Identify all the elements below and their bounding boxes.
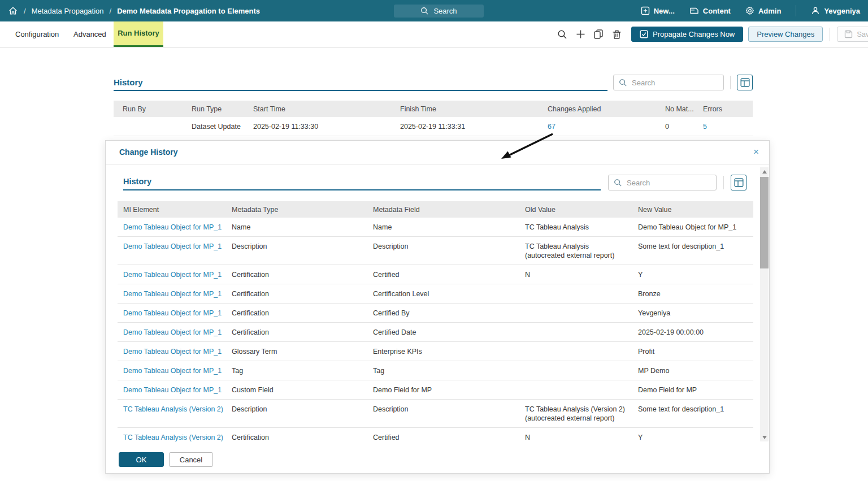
column-header: Start Time bbox=[253, 101, 400, 117]
content-menu-button[interactable]: Content bbox=[689, 6, 731, 15]
finish-time-cell: 2025-02-19 11:33:31 bbox=[400, 117, 548, 136]
search-icon[interactable] bbox=[557, 29, 568, 40]
tab-advanced[interactable]: Advanced bbox=[73, 21, 106, 47]
search-icon bbox=[614, 179, 622, 187]
new-cell: Profit bbox=[638, 342, 753, 361]
table-row: Demo Tableau Object for MP_1DescriptionD… bbox=[118, 237, 753, 265]
mtype-cell: Name bbox=[232, 218, 373, 237]
global-search-button[interactable]: Search bbox=[394, 5, 484, 18]
scroll-down-icon[interactable] bbox=[760, 433, 769, 441]
change-table-head: MI ElementMetadata TypeMetadata FieldOld… bbox=[118, 201, 753, 218]
global-search-label: Search bbox=[433, 7, 457, 15]
old-cell: N bbox=[525, 428, 638, 447]
table-row: Dataset Update2025-02-19 11:33:302025-02… bbox=[114, 117, 753, 136]
old-cell: TC Tableau Analysis (Version 2) (autocre… bbox=[525, 400, 638, 428]
new-cell: Yevgeniya bbox=[638, 304, 753, 323]
gear-icon bbox=[745, 6, 754, 15]
modal-history-title: History bbox=[123, 177, 151, 186]
modal-title-row: Change History × bbox=[106, 141, 769, 164]
mtype-cell: Description bbox=[232, 400, 373, 428]
new-cell: Demo Field for MP bbox=[638, 380, 753, 400]
mfield-cell: Description bbox=[373, 400, 525, 428]
column-settings-button[interactable] bbox=[737, 75, 753, 90]
mtype-cell: Certification bbox=[232, 323, 373, 342]
mfield-cell: Certified bbox=[373, 428, 525, 447]
mfield-cell: Tag bbox=[373, 361, 525, 380]
mi-link[interactable]: Demo Tableau Object for MP_1 bbox=[118, 265, 232, 284]
user-menu-button[interactable]: Yevgeniya bbox=[811, 6, 860, 15]
old-cell bbox=[525, 361, 638, 380]
mtype-cell: Certification bbox=[232, 265, 373, 284]
save-icon bbox=[844, 30, 853, 38]
changes-applied-link[interactable]: 67 bbox=[548, 117, 665, 136]
preview-changes-button[interactable]: Preview Changes bbox=[748, 27, 823, 42]
table-row: Demo Tableau Object for MP_1Certificatio… bbox=[118, 304, 753, 323]
tab-run-history[interactable]: Run History bbox=[114, 21, 163, 47]
propagate-changes-button[interactable]: Propagate Changes Now bbox=[631, 27, 743, 42]
column-header: Finish Time bbox=[400, 101, 548, 117]
old-cell: N bbox=[525, 265, 638, 284]
ok-button[interactable]: OK bbox=[119, 452, 164, 467]
mi-link[interactable]: Demo Tableau Object for MP_1 bbox=[118, 342, 232, 361]
new-menu-button[interactable]: New... bbox=[641, 6, 675, 15]
run-type-cell: Dataset Update bbox=[192, 117, 253, 136]
mi-link[interactable]: Demo Tableau Object for MP_1 bbox=[118, 284, 232, 304]
mi-link[interactable]: Demo Tableau Object for MP_1 bbox=[118, 323, 232, 342]
old-cell bbox=[525, 380, 638, 400]
mfield-cell: Description bbox=[373, 237, 525, 265]
table-columns-icon bbox=[734, 178, 744, 187]
save-button[interactable]: Save bbox=[837, 27, 868, 42]
change-history-modal: Change History × History MI ElementMe bbox=[105, 140, 770, 474]
modal-scrollbar[interactable] bbox=[760, 167, 769, 441]
history-search-input[interactable] bbox=[632, 79, 705, 87]
mi-link[interactable]: Demo Tableau Object for MP_1 bbox=[118, 237, 232, 265]
cancel-button[interactable]: Cancel bbox=[169, 452, 213, 467]
modal-column-settings-button[interactable] bbox=[731, 175, 747, 190]
scrollbar-thumb[interactable] bbox=[760, 177, 769, 268]
mi-link[interactable]: Demo Tableau Object for MP_1 bbox=[118, 380, 232, 400]
mi-link[interactable]: TC Tableau Analysis (Version 2) bbox=[118, 428, 232, 447]
table-row: TC Tableau Analysis (Version 2)Certifica… bbox=[118, 428, 753, 447]
new-cell: Bronze bbox=[638, 284, 753, 304]
new-cell: Y bbox=[638, 428, 753, 447]
mtype-cell: Glossary Term bbox=[232, 342, 373, 361]
breadcrumb-item-metadata-propagation[interactable]: Metadata Propagation bbox=[32, 7, 104, 15]
tab-configuration[interactable]: Configuration bbox=[15, 21, 59, 47]
mi-link[interactable]: Demo Tableau Object for MP_1 bbox=[118, 218, 232, 237]
mfield-cell: Enterprise KPIs bbox=[373, 342, 525, 361]
copy-icon[interactable] bbox=[593, 29, 604, 40]
new-menu-label: New... bbox=[654, 7, 675, 15]
history-search-input-wrap bbox=[613, 75, 724, 90]
modal-search-input-wrap bbox=[608, 175, 717, 190]
admin-menu-button[interactable]: Admin bbox=[745, 6, 781, 15]
header-nav: New... Content Admin bbox=[641, 0, 860, 21]
mfield-cell: Certified bbox=[373, 265, 525, 284]
errors-link[interactable]: 5 bbox=[703, 117, 753, 136]
mi-link[interactable]: Demo Tableau Object for MP_1 bbox=[118, 361, 232, 380]
new-cell: Some text for description_1 bbox=[638, 237, 753, 265]
table-row: Demo Tableau Object for MP_1Certificatio… bbox=[118, 284, 753, 304]
search-icon bbox=[420, 7, 429, 15]
scroll-up-icon[interactable] bbox=[760, 167, 769, 176]
user-menu-label: Yevgeniya bbox=[824, 7, 860, 15]
divider bbox=[730, 76, 731, 89]
trash-icon[interactable] bbox=[611, 29, 622, 40]
old-cell bbox=[525, 342, 638, 361]
content-menu-label: Content bbox=[703, 7, 731, 15]
close-icon[interactable]: × bbox=[753, 146, 759, 158]
mfield-cell: Certified By bbox=[373, 304, 525, 323]
mi-link[interactable]: Demo Tableau Object for MP_1 bbox=[118, 304, 232, 323]
history-section-title: History bbox=[114, 77, 143, 87]
breadcrumb-separator: / bbox=[110, 7, 112, 15]
mi-link[interactable]: TC Tableau Analysis (Version 2) bbox=[118, 400, 232, 428]
old-cell bbox=[525, 284, 638, 304]
mfield-cell: Certification Level bbox=[373, 284, 525, 304]
modal-history-title-underline bbox=[123, 189, 601, 190]
home-icon[interactable] bbox=[8, 6, 18, 16]
column-header: No Mat... bbox=[665, 101, 703, 117]
modal-search-input[interactable] bbox=[627, 179, 700, 187]
plus-icon[interactable] bbox=[575, 29, 586, 40]
history-title-underline bbox=[114, 90, 607, 91]
table-row: Demo Tableau Object for MP_1Certificatio… bbox=[118, 265, 753, 284]
run-by-cell bbox=[114, 117, 192, 136]
